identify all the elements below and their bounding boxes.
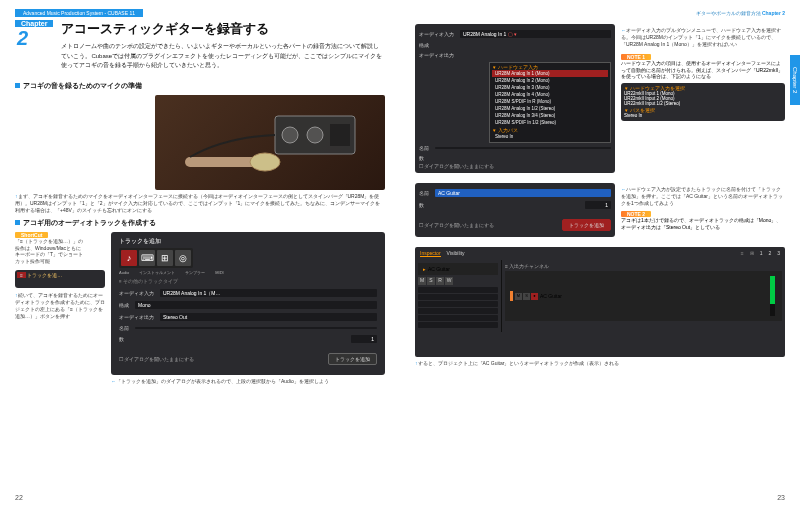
track-type-tabs: ♪ ⌨ ⊞ ◎ bbox=[119, 248, 193, 268]
project-window: Inspector Visibility ≡ ⊞ 123 ▸ AC Guitar… bbox=[415, 247, 785, 357]
count-field[interactable]: 1 bbox=[351, 335, 377, 343]
keep-open-checkbox[interactable]: ダイアログを開いたままにする bbox=[119, 356, 194, 362]
caption-r1: ←オーディオ入力のプルダウンメニューで、ハードウェア入力を選択する。今回はUR2… bbox=[621, 27, 785, 48]
caption-3: ←「トラックを追加」のダイアログが表示されるので、上段の選択肢から「Audio」… bbox=[111, 378, 385, 385]
track-name-input[interactable]: AC Guitar bbox=[435, 189, 611, 197]
caption-r3: ↑すると、プロジェクト上に「AC Guitar」というオーディオトラックが作成（… bbox=[415, 360, 785, 367]
side-tab: Chapter 2 bbox=[790, 55, 800, 105]
keep-checkbox-2[interactable]: ダイアログを開いたままにする bbox=[419, 222, 494, 228]
tab-inspector[interactable]: Inspector bbox=[420, 250, 441, 257]
subheading-2: アコギ用のオーディオトラックを作成する bbox=[15, 218, 385, 228]
audio-input-field[interactable]: UR28M Analog In 1（M… bbox=[160, 289, 377, 297]
add-track-button-zoom: ≡ トラックを追… bbox=[15, 270, 105, 288]
add-track-dialog: トラックを追加 ♪ ⌨ ⊞ ◎ AudioインストゥルメントサンプラーMIDI … bbox=[111, 232, 385, 375]
count-input[interactable]: 1 bbox=[585, 201, 611, 209]
header-left: Advanced Music Production System - CUBAS… bbox=[15, 10, 385, 16]
caption-1: ↑まず、アコギを録音するためのマイクをオーディオインターフェースに接続する（今回… bbox=[15, 193, 385, 214]
note-1: NOTE 1 ハードウェア入力の項目は、使用するオーディオインターフェースによっ… bbox=[621, 54, 785, 121]
dialog-name-entry: 名前AC Guitar 数1 ダイアログを開いたままにするトラックを追加 bbox=[415, 183, 615, 237]
tab-audio[interactable]: ♪ bbox=[121, 250, 137, 266]
chapter-badge: Chapter 2 bbox=[15, 20, 53, 50]
add-track-submit[interactable]: トラックを追加 bbox=[328, 353, 377, 365]
tab-instrument[interactable]: ⌨ bbox=[139, 250, 155, 266]
audio-output-field[interactable]: Stereo Out bbox=[160, 313, 377, 321]
tab-sampler[interactable]: ⊞ bbox=[157, 250, 173, 266]
inspector-track[interactable]: ▸ AC Guitar bbox=[418, 263, 498, 275]
add-track-btn-2[interactable]: トラックを追加 bbox=[562, 219, 611, 231]
dialog-input-dropdown: オーディオ入力UR28M Analog In 1 ▢ ▾ 構成 オーディオ出力 … bbox=[415, 24, 615, 173]
page-number-right: 23 bbox=[777, 494, 785, 501]
page-number-left: 22 bbox=[15, 494, 23, 501]
input-dropdown[interactable]: ▼ ハードウェア入力 UR28M Analog In 1 (Mono) UR28… bbox=[489, 62, 611, 143]
tab-visibility[interactable]: Visibility bbox=[447, 250, 465, 257]
subheading-1: アコギの音を録るためのマイクの準備 bbox=[15, 81, 385, 91]
photo-mic-interface bbox=[155, 95, 385, 190]
caption-2: ↑続いて、アコギを録音するためにオーディオトラックを作成するために、プロジェクト… bbox=[15, 292, 105, 320]
svg-point-2 bbox=[307, 127, 323, 143]
lead-text: メトロノームや曲のテンポの設定ができたら、いよいよギターやボーカルといった各パー… bbox=[61, 42, 385, 71]
svg-rect-3 bbox=[330, 124, 350, 146]
name-field[interactable] bbox=[135, 327, 377, 329]
input-value[interactable]: UR28M Analog In 1 ▢ ▾ bbox=[460, 30, 611, 38]
header-right: ギターやボーカルの録音方法 Chapter 2 bbox=[415, 10, 785, 16]
left-page: Advanced Music Production System - CUBAS… bbox=[0, 0, 400, 507]
svg-point-1 bbox=[282, 127, 298, 143]
tab-midi[interactable]: ◎ bbox=[175, 250, 191, 266]
track-row[interactable]: M S ● AC Guitar bbox=[505, 271, 782, 321]
svg-point-5 bbox=[250, 153, 280, 171]
config-field[interactable]: Mono bbox=[135, 301, 377, 309]
right-page: ギターやボーカルの録音方法 Chapter 2 Chapter 2 オーディオ入… bbox=[400, 0, 800, 507]
caption-r2: ←ハードウェア入力が設定できたらトラックに名前を付けて「トラックを追加」を押す。… bbox=[621, 186, 785, 207]
note-2: NOTE 2 アコギは1本だけで録るので、オーディオトラックの構成は「Mono」… bbox=[621, 211, 785, 230]
shortcut-box: ShortCut 「≡（トラックを追加…）」の操作は、Windows/Macとも… bbox=[15, 232, 85, 265]
page-title: アコースティックギターを録音する bbox=[61, 20, 385, 38]
